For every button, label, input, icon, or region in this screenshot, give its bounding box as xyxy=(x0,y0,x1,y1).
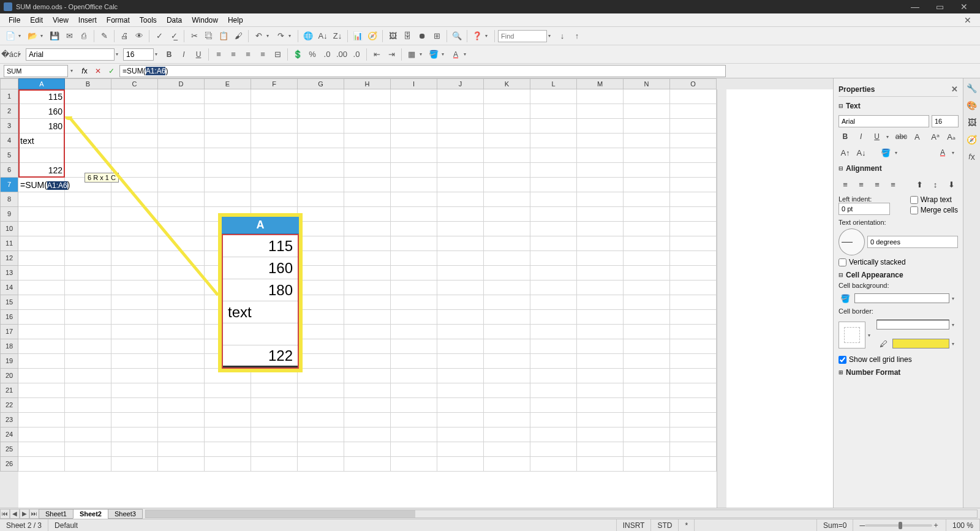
cell[interactable] xyxy=(65,369,111,383)
cell[interactable] xyxy=(158,281,205,295)
cell[interactable] xyxy=(65,295,111,310)
cell[interactable] xyxy=(111,442,158,457)
cell[interactable] xyxy=(391,310,437,325)
cell[interactable] xyxy=(670,207,717,222)
cell[interactable] xyxy=(65,398,111,413)
column-header[interactable]: K xyxy=(484,78,530,89)
sidebar-sub-icon[interactable]: Aₐ xyxy=(944,130,958,143)
cell[interactable] xyxy=(391,163,437,178)
cell[interactable] xyxy=(484,104,530,119)
cell[interactable] xyxy=(251,134,298,148)
cell[interactable] xyxy=(111,339,158,354)
column-header[interactable]: D xyxy=(158,78,205,89)
cell[interactable] xyxy=(624,119,670,134)
row-header[interactable]: 18 xyxy=(0,339,18,354)
vertical-scrollbar[interactable] xyxy=(717,89,726,508)
cell[interactable] xyxy=(65,325,111,339)
cell[interactable] xyxy=(298,427,344,442)
cell[interactable] xyxy=(577,369,624,383)
orientation-dial[interactable] xyxy=(839,228,865,255)
numfmt-section-header[interactable]: ⊞Number Format xyxy=(839,366,958,379)
cell[interactable] xyxy=(530,222,577,236)
sidebar-italic-icon[interactable]: I xyxy=(854,130,868,143)
cell[interactable] xyxy=(205,457,251,472)
cell[interactable] xyxy=(437,251,484,266)
open-icon[interactable]: 📂 xyxy=(26,29,39,43)
cell[interactable] xyxy=(111,207,158,222)
cell[interactable] xyxy=(437,148,484,163)
cell[interactable] xyxy=(437,383,484,398)
cell[interactable] xyxy=(158,192,205,207)
cell[interactable] xyxy=(624,369,670,383)
row-header[interactable]: 16 xyxy=(0,310,18,325)
cell[interactable] xyxy=(344,281,391,295)
cell-grid[interactable]: 6 R x 1 C 115160180text122=SUM(A1:A6) xyxy=(18,89,717,508)
cell[interactable] xyxy=(670,163,717,178)
row-header[interactable]: 17 xyxy=(0,325,18,339)
cell[interactable] xyxy=(65,104,111,119)
cell[interactable] xyxy=(111,369,158,383)
align-justify-icon[interactable]: ≡ xyxy=(256,48,270,61)
cell[interactable] xyxy=(437,457,484,472)
bg-swatch[interactable] xyxy=(854,293,949,303)
font-name-input[interactable] xyxy=(26,48,115,61)
maximize-button[interactable]: ▭ xyxy=(927,0,952,13)
cell[interactable] xyxy=(158,148,205,163)
row-header[interactable]: 22 xyxy=(0,398,18,413)
styles-dropdown[interactable]: ▾ xyxy=(18,51,24,57)
formula-input[interactable]: =SUM(A1:A6) xyxy=(119,65,726,77)
cell[interactable] xyxy=(158,398,205,413)
cell[interactable] xyxy=(344,398,391,413)
cell[interactable] xyxy=(670,457,717,472)
sidebar-shadow-icon[interactable]: A xyxy=(910,130,924,143)
cell[interactable] xyxy=(624,236,670,251)
border-color-dropdown[interactable]: ▾ xyxy=(952,341,958,347)
cell[interactable] xyxy=(111,148,158,163)
cell[interactable] xyxy=(18,413,65,427)
cell[interactable] xyxy=(530,442,577,457)
zoom-slider[interactable]: ─＋ xyxy=(853,519,946,531)
cell[interactable] xyxy=(484,222,530,236)
sheet-tab[interactable]: Sheet3 xyxy=(108,509,143,519)
cell[interactable] xyxy=(65,457,111,472)
underline-icon[interactable]: U xyxy=(192,48,205,61)
valign-mid-icon[interactable]: ↕ xyxy=(929,178,942,191)
find-input[interactable] xyxy=(498,30,547,42)
name-box[interactable] xyxy=(4,65,68,77)
row-header[interactable]: 26 xyxy=(0,457,18,472)
cell[interactable] xyxy=(344,442,391,457)
edit-file-icon[interactable]: ✎ xyxy=(97,29,111,43)
align-right-icon[interactable]: ≡ xyxy=(241,48,255,61)
row-header[interactable]: 19 xyxy=(0,354,18,369)
cell[interactable]: text xyxy=(18,134,65,148)
row-header[interactable]: 3 xyxy=(0,119,18,134)
sidebar-tab-properties-icon[interactable]: 🔧 xyxy=(966,82,978,94)
cell[interactable] xyxy=(624,383,670,398)
paste-icon[interactable]: 📋 xyxy=(217,29,230,43)
cell[interactable] xyxy=(344,178,391,192)
cellapp-section-header[interactable]: ⊟Cell Appearance xyxy=(839,268,958,282)
first-sheet-icon[interactable]: ⏮ xyxy=(0,509,10,519)
cell[interactable] xyxy=(298,325,344,339)
cell[interactable] xyxy=(391,236,437,251)
cell[interactable] xyxy=(530,295,577,310)
cell[interactable] xyxy=(530,89,577,104)
cell[interactable] xyxy=(65,207,111,222)
cell[interactable] xyxy=(65,413,111,427)
zoom-icon[interactable]: 🔍 xyxy=(450,29,464,43)
cell[interactable] xyxy=(298,207,344,222)
cell[interactable] xyxy=(298,383,344,398)
menu-insert[interactable]: Insert xyxy=(74,15,102,26)
menu-view[interactable]: View xyxy=(48,15,74,26)
cell[interactable] xyxy=(344,119,391,134)
fontcolor-dropdown[interactable]: ▾ xyxy=(464,51,470,57)
cell[interactable] xyxy=(344,104,391,119)
cell[interactable]: 180 xyxy=(18,119,65,134)
cell[interactable] xyxy=(298,104,344,119)
cell[interactable] xyxy=(111,251,158,266)
sidebar-tab-functions-icon[interactable]: fx xyxy=(966,151,978,163)
cell[interactable] xyxy=(530,236,577,251)
cell[interactable] xyxy=(484,266,530,281)
cell[interactable] xyxy=(577,163,624,178)
cell[interactable] xyxy=(65,339,111,354)
